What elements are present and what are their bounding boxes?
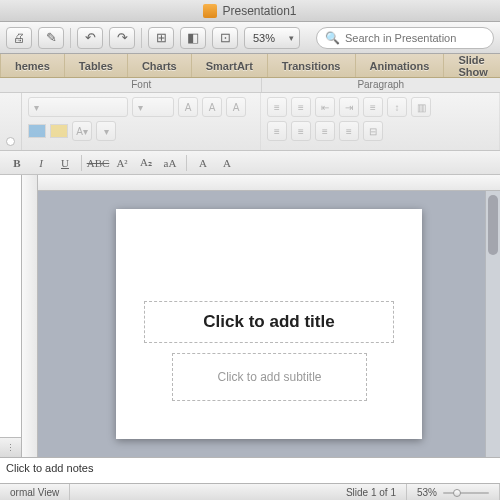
group-paragraph-label: Paragraph [262,78,501,92]
scrollbar-thumb[interactable] [488,195,498,255]
undo-button[interactable] [77,27,103,49]
slide-thumbnail-pane[interactable] [0,175,22,457]
font-smaller-button[interactable]: A [216,154,238,172]
align-vertical-button[interactable]: ⊟ [363,121,383,141]
line-spacing-button[interactable]: ≡ [363,97,383,117]
tab-smartart[interactable]: SmartArt [192,54,268,77]
slide-canvas[interactable]: Click to add title Click to add subtitle [22,175,500,457]
tab-charts[interactable]: Charts [128,54,192,77]
view-mode-label[interactable]: ormal View [0,484,70,500]
columns-button[interactable]: ▥ [411,97,431,117]
font-family-dropdown[interactable]: ▾ [28,97,128,117]
italic-button[interactable]: I [30,154,52,172]
vertical-ruler[interactable] [22,175,38,457]
ribbon-tabs: hemes Tables Charts SmartArt Transitions… [0,54,500,78]
separator [186,155,187,171]
align-justify-button[interactable]: ≡ [339,121,359,141]
zoom-icon [220,30,231,45]
horizontal-ruler[interactable] [38,175,500,191]
font-panel: ▾ ▾ A A A A▾ ▾ [22,93,261,150]
tab-themes[interactable]: hemes [0,54,65,77]
redo-button[interactable] [109,27,135,49]
redo-icon [117,30,128,45]
subtitle-placeholder[interactable]: Click to add subtitle [172,353,367,401]
highlight-swatch[interactable] [50,124,68,138]
notes-pane[interactable]: Click to add notes [0,457,500,483]
tab-tables[interactable]: Tables [65,54,128,77]
group-font-label: Font [22,78,262,92]
decrease-indent-button[interactable]: ⇤ [315,97,335,117]
ribbon-collapse[interactable] [0,93,22,150]
align-center-button[interactable]: ≡ [291,121,311,141]
fit-icon [187,30,199,45]
undo-icon [85,30,96,45]
tab-slideshow[interactable]: Slide Show [444,54,500,77]
slide[interactable]: Click to add title Click to add subtitle [116,209,422,439]
separator [141,28,142,48]
chevron-down-icon: ▾ [283,33,299,43]
change-case-button[interactable]: aA [159,154,181,172]
superscript-button[interactable]: A² [111,154,133,172]
separator [70,28,71,48]
align-right-button[interactable]: ≡ [315,121,335,141]
grow-font-button[interactable]: A [178,97,198,117]
vertical-scrollbar[interactable] [485,191,500,457]
subscript-button[interactable]: A₂ [135,154,157,172]
view-fit-button[interactable] [180,27,206,49]
font-color-dropdown[interactable]: A▾ [72,121,92,141]
shrink-font-button[interactable]: A [202,97,222,117]
slider-knob[interactable] [453,489,461,497]
zoom-value: 53% [245,32,283,44]
font-color-swatch[interactable] [28,124,46,138]
workspace: Click to add title Click to add subtitle [0,175,500,457]
title-placeholder[interactable]: Click to add title [144,301,394,343]
increase-indent-button[interactable]: ⇥ [339,97,359,117]
zoom-slider[interactable] [443,489,489,497]
zoom-percent: 53% [417,487,437,498]
collapse-dot-icon [6,137,15,146]
text-direction-button[interactable]: ↕ [387,97,407,117]
slider-track [443,492,489,494]
grid-icon [156,30,167,45]
strikethrough-button[interactable]: ABC [87,154,109,172]
title-bar: Presentation1 [0,0,500,22]
align-left-button[interactable]: ≡ [267,121,287,141]
separator [81,155,82,171]
quick-access-toolbar: 53% ▾ 🔍 [0,22,500,54]
print-icon [13,30,25,45]
status-bar: ormal View Slide 1 of 1 53% [0,483,500,500]
pane-toggle[interactable] [0,437,21,457]
print-button[interactable] [6,27,32,49]
zoom-readout[interactable]: 53% [407,484,500,500]
font-bigger-button[interactable]: A [192,154,214,172]
tab-transitions[interactable]: Transitions [268,54,356,77]
clear-format-button[interactable]: A [226,97,246,117]
paragraph-panel: ≡ ≡ ⇤ ⇥ ≡ ↕ ▥ ≡ ≡ ≡ ≡ ⊟ [261,93,500,150]
bullets-button[interactable]: ≡ [267,97,287,117]
tab-animations[interactable]: Animations [356,54,445,77]
brush-icon [46,30,57,45]
search-icon: 🔍 [325,31,340,45]
numbering-button[interactable]: ≡ [291,97,311,117]
bold-button[interactable]: B [6,154,28,172]
view-zoom-button[interactable] [212,27,238,49]
view-grid-button[interactable] [148,27,174,49]
window-title: Presentation1 [222,4,296,18]
slide-counter: Slide 1 of 1 [336,484,407,500]
underline-button[interactable]: U [54,154,76,172]
highlight-dropdown[interactable]: ▾ [96,121,116,141]
zoom-dropdown[interactable]: 53% ▾ [244,27,300,49]
ribbon: ▾ ▾ A A A A▾ ▾ ≡ ≡ ⇤ ⇥ ≡ ↕ ▥ ≡ ≡ ≡ ≡ ⊟ [0,93,500,151]
font-size-dropdown[interactable]: ▾ [132,97,174,117]
search-box[interactable]: 🔍 [316,27,494,49]
ribbon-group-labels: Font Paragraph [0,78,500,93]
format-row: B I U ABC A² A₂ aA A A [0,151,500,175]
search-input[interactable] [345,32,485,44]
presentation-doc-icon [203,4,217,18]
format-painter-button[interactable] [38,27,64,49]
